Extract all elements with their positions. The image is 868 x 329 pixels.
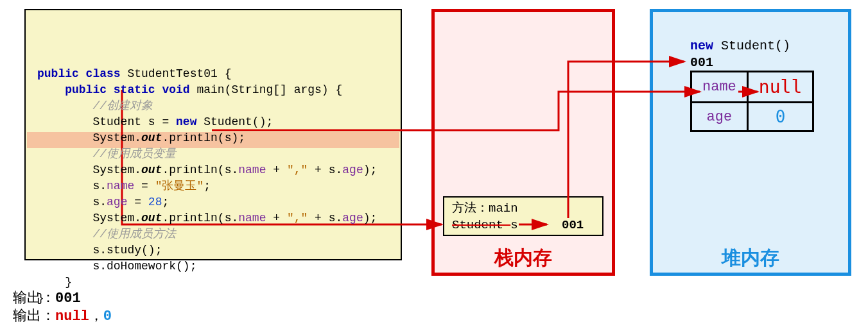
stack-frame-var: Student s 001: [452, 217, 595, 233]
stack-frame-method: 方法：main: [452, 200, 595, 217]
field-name-value: null: [747, 72, 813, 103]
code-content: public class StudentTest01 { public stat…: [37, 66, 389, 307]
stack-label: 栈内存: [431, 245, 615, 271]
heap-new-expr: new Student(): [690, 38, 790, 53]
code-panel: public class StudentTest01 { public stat…: [24, 9, 402, 260]
stack-addr: 001: [562, 218, 584, 232]
field-name-label: name: [691, 72, 748, 103]
comment-use-method: //使用成员方法: [37, 228, 176, 240]
stack-frame-main: 方法：main Student s 001: [443, 196, 603, 236]
heap-addr: 001: [690, 55, 713, 70]
kw-method-sig: public static void: [37, 83, 190, 96]
field-age-label: age: [691, 103, 748, 131]
heap-label: 堆内存: [650, 245, 851, 271]
output-line-2: 输出：null，0: [13, 308, 112, 326]
comment-create: //创建对象: [37, 99, 153, 112]
kw-public-class: public class: [37, 67, 121, 80]
comment-use-field: //使用成员变量: [37, 148, 176, 160]
field-age-value: 0: [747, 103, 813, 131]
object-table: name null age 0: [690, 71, 814, 132]
